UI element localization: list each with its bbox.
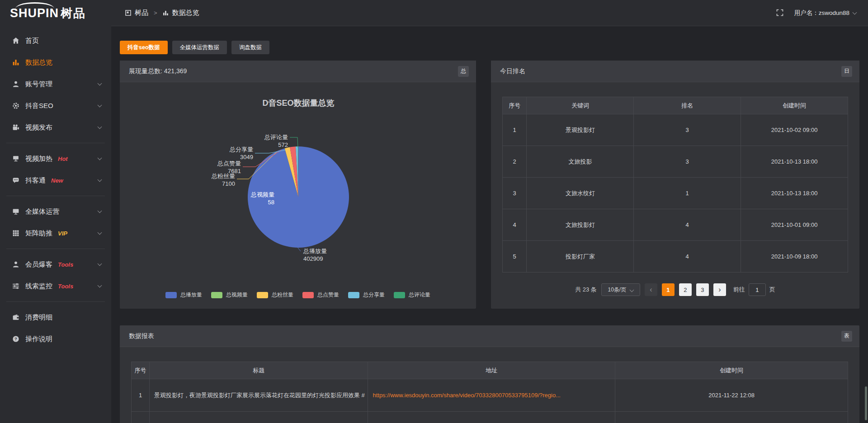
bar-chart-mini-icon <box>163 10 169 16</box>
chevron-down-icon <box>98 125 102 129</box>
sidebar-divider <box>6 249 105 249</box>
sidebar-item-help[interactable]: ? 操作说明 <box>0 328 111 350</box>
overview-panel-header: 展现量总数: 421,369 总 <box>120 61 476 82</box>
legend-swatch <box>348 292 359 298</box>
goto-suffix: 页 <box>769 286 775 294</box>
report-panel-title: 数据报表 <box>129 332 154 340</box>
tab-inquiry-data[interactable]: 询盘数据 <box>231 41 269 54</box>
sidebar-item-lead-monitor[interactable]: 线索监控 Tools <box>0 275 111 297</box>
sidebar-item-video-heat[interactable]: 视频加热 Hot <box>0 148 111 169</box>
sidebar: SHUPIN 树品 首页 数据总览 账号管理 抖音SEO 视频发布 <box>0 0 111 423</box>
col-header-url: 地址 <box>368 362 615 379</box>
sidebar-item-expense-detail[interactable]: 消费明细 <box>0 306 111 328</box>
logo-text-cn: 树品 <box>61 5 86 21</box>
username-label: 用户名：zswodun88 <box>794 9 849 17</box>
page-size-select[interactable]: 10条/页 <box>601 283 640 296</box>
goto-page: 前往 页 <box>733 283 775 296</box>
chart-legend: 总播放量 总视频量 总粉丝量 总点赞量 总分享量 总评论量 <box>120 291 476 299</box>
sidebar-item-video-publish[interactable]: 视频发布 <box>0 117 111 138</box>
legend-item-shares[interactable]: 总分享量 <box>348 291 385 299</box>
prev-page-button[interactable]: ‹ <box>645 283 657 296</box>
table-row: 2 文旅投影 3 2021-10-13 18:00 <box>503 146 848 178</box>
sidebar-item-home[interactable]: 首页 <box>0 30 111 52</box>
user-icon <box>12 80 19 88</box>
cell-time: 2021-10-13 18:00 <box>741 146 848 178</box>
page-button-2[interactable]: 2 <box>679 283 692 296</box>
sidebar-divider <box>6 301 105 302</box>
cell-keyword: 文旅水纹灯 <box>527 178 634 209</box>
tab-douyin-seo-data[interactable]: 抖音seo数据 <box>120 41 168 54</box>
dashboard-page: { "topbar": { "logo_en": "SHUPIN", "logo… <box>0 0 868 423</box>
chevron-down-icon <box>98 230 102 235</box>
svg-text:7100: 7100 <box>222 180 235 187</box>
ranking-table: 序号 关键词 排名 创建时间 1 景观投影灯 3 2021-10-02 09:0… <box>502 97 848 273</box>
chevron-down-icon <box>98 283 102 288</box>
app-square-icon <box>125 10 131 16</box>
pagination-total: 共 23 条 <box>575 286 597 294</box>
breadcrumb-root[interactable]: 树品 <box>135 9 148 17</box>
legend-label: 总播放量 <box>180 291 202 299</box>
table-row: 4 文旅投影灯 4 2021-10-01 09:00 <box>503 209 848 241</box>
col-header-title: 标题 <box>150 362 368 379</box>
sidebar-item-member-burst[interactable]: 会员爆客 Tools <box>0 254 111 275</box>
table-row: 5 投影灯厂家 4 2021-10-09 18:00 <box>503 241 848 273</box>
sidebar-item-account[interactable]: 账号管理 <box>0 73 111 95</box>
legend-item-comments[interactable]: 总评论量 <box>394 291 430 299</box>
next-page-button[interactable]: › <box>713 283 726 296</box>
sidebar-item-data-overview[interactable]: 数据总览 <box>0 52 111 73</box>
tab-media-operation-data[interactable]: 全媒体运营数据 <box>172 41 227 54</box>
legend-label: 总点赞量 <box>317 291 339 299</box>
sidebar-item-douketong[interactable]: 抖客通 New <box>0 169 111 191</box>
svg-text:3049: 3049 <box>240 154 253 160</box>
sidebar-item-media-operation[interactable]: 全媒体运营 <box>0 201 111 222</box>
tools-badge: Tools <box>58 283 73 290</box>
cell-keyword: 投影灯厂家 <box>527 241 634 273</box>
svg-text:总点赞量: 总点赞量 <box>217 160 241 167</box>
svg-text:总播放量: 总播放量 <box>303 248 327 254</box>
sidebar-item-label: 会员爆客 <box>25 260 52 269</box>
sidebar-item-matrix-boost[interactable]: 矩阵助推 VIP <box>0 222 111 244</box>
topbar-right: 用户名：zswodun88 <box>776 9 856 17</box>
legend-item-play[interactable]: 总播放量 <box>165 291 202 299</box>
video-camera-icon <box>12 124 19 132</box>
col-header-time: 创建时间 <box>741 97 848 114</box>
chevron-down-icon <box>98 178 102 182</box>
ranking-panel-title: 今日排名 <box>500 67 525 75</box>
user-menu[interactable]: 用户名：zswodun88 <box>794 9 856 17</box>
page-button-3[interactable]: 3 <box>696 283 709 296</box>
cell-time: 2021-11-22 12:08 <box>615 379 848 412</box>
sidebar-item-douyin-seo[interactable]: 抖音SEO <box>0 95 111 117</box>
main-area: 树品 > 数据总览 用户名：zswodun88 抖音seo数据 全媒体运营数据 … <box>111 0 868 423</box>
legend-item-video[interactable]: 总视频量 <box>211 291 248 299</box>
app-logo: SHUPIN 树品 <box>0 0 111 26</box>
goto-page-input[interactable] <box>749 283 766 296</box>
chevron-down-icon <box>853 10 857 15</box>
page-scrollbar[interactable] <box>865 386 867 420</box>
legend-item-likes[interactable]: 总点赞量 <box>302 291 339 299</box>
cell-time: 2021-10-01 09:00 <box>741 209 848 241</box>
total-toggle-button[interactable]: 总 <box>458 66 469 77</box>
chevron-down-icon <box>98 81 102 86</box>
today-ranking-panel: 今日排名 日 序号 关键词 排名 创建时间 <box>491 61 859 309</box>
table-toggle-button[interactable]: 表 <box>841 331 852 342</box>
table-header-row: 序号 标题 地址 创建时间 <box>132 362 848 379</box>
legend-item-fans[interactable]: 总粉丝量 <box>257 291 293 299</box>
gear-icon <box>12 102 19 110</box>
sidebar-item-label: 账号管理 <box>25 80 52 89</box>
daily-toggle-button[interactable]: 日 <box>841 66 852 77</box>
chat-bubble-icon <box>12 177 19 184</box>
fullscreen-icon[interactable] <box>776 9 784 17</box>
legend-swatch <box>211 292 222 298</box>
legend-swatch <box>302 292 314 298</box>
pie-chart: D音SEO数据量总览 总播放量402909总视频量58总粉丝量7100总点赞量7… <box>120 82 476 290</box>
svg-text:总评论量: 总评论量 <box>264 134 288 141</box>
page-button-1[interactable]: 1 <box>662 283 675 296</box>
video-link[interactable]: https://www.iesdouyin.com/share/video/70… <box>373 392 561 399</box>
vip-badge: VIP <box>58 230 67 237</box>
question-circle-icon: ? <box>12 335 19 343</box>
logo-arc <box>15 2 54 9</box>
hot-badge: Hot <box>58 155 68 162</box>
legend-label: 总分享量 <box>363 291 385 299</box>
table-row: 1 景观投影灯 3 2021-10-02 09:00 <box>503 114 848 146</box>
cell-index: 3 <box>503 178 527 209</box>
